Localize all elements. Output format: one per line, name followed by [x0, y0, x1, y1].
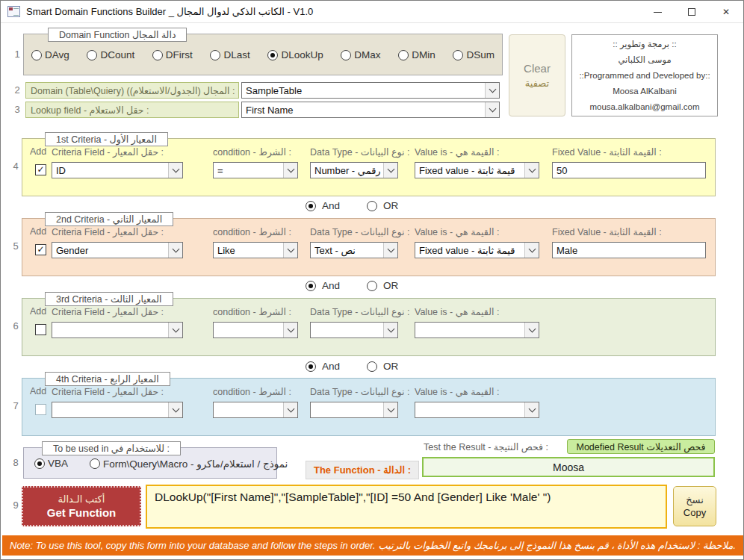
- data-type-label: Data Type - نوع البيانات :: [310, 146, 398, 158]
- used-in-group: To be used in للاستخدام في : VBA Form\Qu…: [23, 447, 277, 479]
- criteria-3-value-combo[interactable]: [415, 322, 539, 338]
- radio-dmin[interactable]: DMin: [398, 49, 435, 60]
- step-number-7: 7: [8, 400, 23, 411]
- chevron-down-icon[interactable]: [485, 102, 499, 117]
- criteria-1-fixed-value-input[interactable]: 50: [552, 162, 706, 178]
- credits-line: موسى الكلباني: [618, 52, 671, 67]
- step-number-5: 5: [8, 240, 23, 252]
- criteria-3-field-combo[interactable]: [52, 322, 183, 338]
- radio-selected-icon: [34, 458, 45, 469]
- chevron-down-icon[interactable]: [168, 323, 182, 337]
- maximize-button[interactable]: [675, 1, 709, 23]
- radio-dcount[interactable]: DCount: [87, 49, 134, 60]
- or-radio[interactable]: [367, 281, 377, 291]
- radio-davg[interactable]: DAvg: [31, 49, 69, 60]
- criteria-2-group: 2nd Criteria - المعيار الثاني Add ✓ Crit…: [22, 218, 716, 276]
- result-box: Moosa: [422, 457, 715, 477]
- add-label: Add: [30, 306, 46, 317]
- criteria-4-condition-combo[interactable]: [213, 402, 298, 418]
- criteria-4-field-combo[interactable]: [52, 402, 183, 418]
- radio-vba[interactable]: VBA: [34, 458, 68, 469]
- domain-label: Domain (Table\Quiery) (المجال (الجدول/ال…: [25, 82, 239, 99]
- the-function-label: The Function - الدالة :: [306, 461, 419, 479]
- step-number-2: 2: [10, 84, 25, 96]
- criteria-2-add-checkbox[interactable]: ✓: [35, 244, 46, 255]
- domain-combo[interactable]: SampleTable: [241, 82, 500, 99]
- radio-dlast[interactable]: DLast: [210, 49, 249, 60]
- criteria-3-condition-combo[interactable]: [213, 322, 298, 338]
- lookup-field-combo[interactable]: First Name: [241, 102, 500, 118]
- domain-function-options: DAvg DCount DFirst DLast DLookUp DMax DM…: [31, 49, 495, 60]
- criteria-4-datatype-combo[interactable]: [310, 402, 398, 418]
- criteria-4-value-combo[interactable]: [415, 402, 539, 418]
- close-button[interactable]: ✕: [709, 1, 743, 23]
- chevron-down-icon[interactable]: [283, 243, 297, 258]
- radio-dsum[interactable]: DSum: [453, 49, 495, 60]
- radio-icon: [31, 50, 42, 60]
- chevron-down-icon[interactable]: [383, 402, 397, 417]
- step-number-4: 4: [8, 161, 23, 172]
- chevron-down-icon[interactable]: [524, 323, 539, 337]
- criteria-3-add-checkbox[interactable]: [35, 324, 46, 335]
- criteria-1-datatype-combo[interactable]: Number - رقمي: [310, 162, 398, 178]
- modified-result-button[interactable]: Modefied Result فحص التعديلات: [567, 439, 715, 454]
- condition-label: condition - الشرط :: [213, 146, 298, 158]
- chevron-down-icon[interactable]: [485, 83, 499, 98]
- chevron-down-icon[interactable]: [283, 402, 297, 417]
- criteria-4-tab: 4th Criteria - المعيار الرابع: [45, 372, 170, 386]
- or-radio[interactable]: [367, 201, 377, 211]
- copy-button[interactable]: نسخ Copy: [673, 486, 716, 526]
- radio-dfirst[interactable]: DFirst: [152, 49, 193, 60]
- criteria-2-fixed-value-input[interactable]: Male: [552, 242, 706, 258]
- get-function-button[interactable]: أكتب الـدالة Get Function: [22, 486, 141, 526]
- operator-3: And OR: [306, 360, 419, 373]
- criteria-4-add-checkbox[interactable]: [35, 404, 46, 415]
- criteria-2-condition-combo[interactable]: Like: [213, 242, 298, 258]
- criteria-1-add-checkbox[interactable]: ✓: [35, 164, 46, 175]
- minimize-icon: [654, 12, 662, 13]
- radio-dlookup[interactable]: DLookUp: [267, 49, 323, 60]
- criteria-1-field-combo[interactable]: ID: [52, 162, 183, 178]
- note-bar: Note: To use this tool, copy this form i…: [2, 535, 743, 556]
- chevron-down-icon[interactable]: [168, 243, 182, 258]
- criteria-1-condition-combo[interactable]: =: [213, 162, 298, 178]
- criteria-2-datatype-combo[interactable]: Text - نص: [310, 242, 398, 258]
- radio-icon: [90, 458, 100, 469]
- clear-button[interactable]: Clear تصفية: [509, 34, 565, 116]
- function-output-box[interactable]: DLookUp("[First Name]","[SampleTable]","…: [146, 485, 667, 529]
- minimize-button[interactable]: [640, 1, 675, 23]
- or-radio[interactable]: [367, 361, 377, 372]
- data-type-label: Data Type - نوع البيانات :: [310, 226, 398, 237]
- step-number-8: 8: [8, 457, 23, 468]
- condition-label: condition - الشرط :: [213, 306, 298, 317]
- and-radio[interactable]: [306, 201, 316, 211]
- criteria-2-field-combo[interactable]: Gender: [52, 242, 183, 258]
- criteria-3-datatype-combo[interactable]: [310, 322, 398, 338]
- radio-dmax[interactable]: DMax: [341, 49, 380, 60]
- criteria-2-value-combo[interactable]: Fixed value - قيمة ثابتة: [415, 242, 539, 258]
- radio-icon: [341, 50, 351, 60]
- and-radio[interactable]: [306, 281, 316, 291]
- chevron-down-icon[interactable]: [283, 163, 297, 178]
- chevron-down-icon[interactable]: [383, 163, 397, 178]
- value-is-label: Value is - القيمة هي :: [415, 386, 539, 397]
- used-in-group-label: To be used in للاستخدام في :: [42, 441, 181, 455]
- and-radio[interactable]: [306, 361, 316, 372]
- chevron-down-icon[interactable]: [524, 243, 539, 258]
- chevron-down-icon[interactable]: [524, 402, 539, 417]
- radio-form-query-macro[interactable]: Form\Query\Macro - نموذج / استعلام/ماكرو: [90, 458, 288, 470]
- chevron-down-icon[interactable]: [283, 323, 297, 337]
- chevron-down-icon[interactable]: [168, 163, 182, 178]
- radio-icon: [398, 50, 409, 60]
- chevron-down-icon[interactable]: [383, 323, 397, 337]
- chevron-down-icon[interactable]: [168, 402, 182, 417]
- credits-email: mousa.alkalbani@gmail.com: [589, 99, 699, 114]
- title-bar: Smart Domain Functions Builder _ الكاتب …: [1, 1, 743, 23]
- app-window: Smart Domain Functions Builder _ الكاتب …: [0, 0, 744, 560]
- chevron-down-icon[interactable]: [524, 163, 539, 178]
- criteria-field-label: Criteria Field - حقل المعيار :: [52, 146, 183, 158]
- criteria-1-value-combo[interactable]: Fixed value - قيمة ثابتة: [415, 162, 539, 178]
- chevron-down-icon[interactable]: [383, 243, 397, 258]
- note-text-ar: ملاحظة : لاستخدام هذه الأداة ، قم بنسخ ه…: [379, 540, 736, 551]
- criteria-field-label: Criteria Field - حقل المعيار :: [52, 386, 183, 397]
